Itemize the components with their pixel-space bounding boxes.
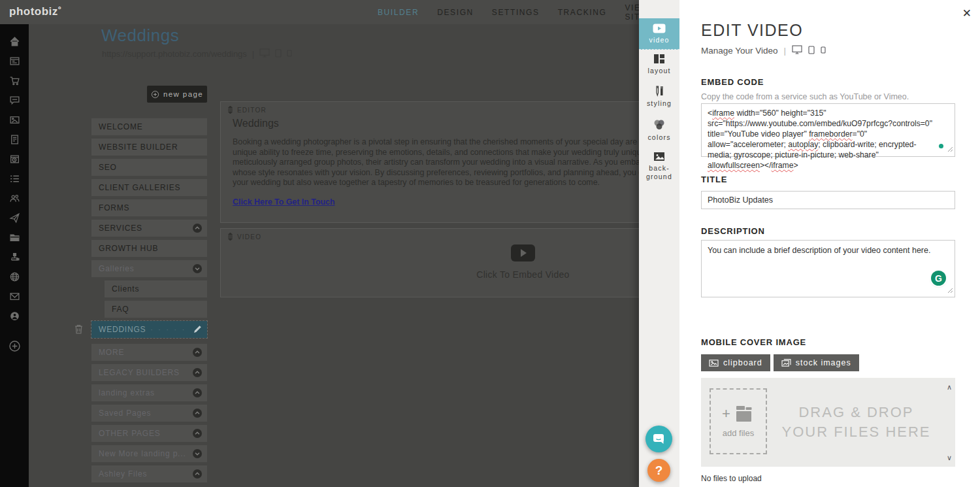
tablet-toggle-icon[interactable] — [808, 46, 815, 56]
nav-builder[interactable]: BUILDER — [378, 8, 419, 17]
page-list-item-label: GROWTH HUB — [99, 244, 158, 253]
tab-layout[interactable]: layout — [639, 54, 679, 82]
tab-colors[interactable]: colors — [639, 119, 679, 150]
phone-toggle-icon[interactable] — [821, 46, 826, 56]
chevron-up-icon[interactable] — [192, 469, 203, 479]
video-block-label: VIDEO — [237, 233, 261, 241]
live-chat-button[interactable] — [645, 426, 672, 452]
embed-code-textarea[interactable]: <iframe width="560" height="315" src="ht… — [701, 103, 955, 157]
help-button[interactable]: ? — [647, 459, 670, 482]
home-icon[interactable] — [0, 31, 29, 51]
stock-images-icon — [781, 359, 791, 367]
new-page-button[interactable]: new page — [147, 86, 207, 103]
close-icon[interactable]: ✕ — [962, 7, 972, 20]
page-list-item-label: Galleries — [99, 264, 135, 273]
tab-styling[interactable]: styling — [639, 85, 679, 116]
nav-design[interactable]: DESIGN — [437, 8, 474, 17]
page-list-item[interactable]: FORMS — [91, 199, 207, 216]
chevron-up-icon[interactable] — [192, 223, 203, 233]
page-list-item[interactable]: New More landing p... — [91, 445, 207, 462]
scroll-down-icon[interactable]: ∨ — [947, 454, 952, 461]
video-title-input[interactable] — [701, 191, 955, 209]
chevron-up-icon[interactable] — [192, 367, 203, 378]
editor-block[interactable]: EDITOR Weddings Booking a wedding photog… — [220, 101, 639, 223]
grammarly-icon[interactable]: G — [931, 271, 946, 286]
file-dropzone[interactable]: + add files DRAG & DROP YOUR FILES HERE … — [701, 378, 955, 467]
page-list-item[interactable]: FAQ — [105, 301, 207, 318]
tablet-preview-icon[interactable] — [275, 49, 282, 59]
page-list-item[interactable]: WELCOME — [91, 118, 207, 135]
chevron-up-icon[interactable] — [192, 408, 203, 418]
page-url[interactable]: https://support.photobiz.com/weddings — [102, 49, 247, 59]
scroll-up-icon[interactable]: ∧ — [947, 384, 952, 390]
invoice-icon[interactable] — [0, 129, 29, 149]
page-list-item-label: WEDDINGS — [99, 325, 146, 334]
clipboard-image-icon — [709, 359, 719, 367]
clipboard-button[interactable]: clipboard — [701, 354, 770, 371]
app-header: photobiz˚ BUILDERDESIGNSETTINGSTRACKINGV… — [0, 0, 639, 24]
add-icon[interactable] — [0, 336, 29, 356]
account-icon[interactable] — [0, 306, 29, 326]
desktop-toggle-icon[interactable] — [792, 45, 802, 56]
page-list-item-label: OTHER PAGES — [99, 429, 161, 438]
page-list-item-label: Saved Pages — [99, 409, 151, 418]
colors-icon — [653, 119, 666, 131]
tab-video[interactable]: video — [639, 18, 679, 50]
pencil-icon[interactable] — [193, 324, 203, 334]
chevron-down-icon[interactable] — [192, 448, 203, 459]
editor-block-label: EDITOR — [237, 107, 267, 114]
page-list-item[interactable]: GROWTH HUB — [91, 240, 207, 257]
page-list-item[interactable]: landing extras — [91, 384, 207, 401]
page-list-item[interactable]: CLIENT GALLERIES — [91, 179, 207, 196]
page-list-item[interactable]: WEDDINGS· · · · · — [91, 321, 207, 338]
mail-icon[interactable] — [0, 286, 29, 306]
page-list-item-label: Ashley Files — [99, 469, 147, 479]
title-heading: TITLE — [701, 175, 727, 184]
page-list-item[interactable]: WEBSITE BUILDER — [91, 139, 207, 156]
video-description-textarea[interactable]: You can include a brief description of y… — [701, 240, 955, 297]
files-icon[interactable] — [0, 227, 29, 247]
page-list-item[interactable]: Galleries — [91, 260, 207, 277]
tab-background[interactable]: back- ground — [639, 152, 679, 192]
question-mark-icon: ? — [655, 463, 663, 478]
nav-settings[interactable]: SETTINGS — [492, 8, 540, 17]
page-list-item[interactable]: SEO — [91, 159, 207, 176]
panel-subtitle: Manage Your Video — [701, 46, 778, 56]
embed-code-heading: EMBED CODE — [701, 77, 764, 87]
chevron-up-icon[interactable] — [192, 428, 203, 439]
page-list-item[interactable]: SERVICES — [91, 220, 207, 237]
chevron-up-icon[interactable] — [192, 388, 203, 398]
chevron-down-icon[interactable] — [192, 263, 203, 274]
send-icon[interactable] — [0, 208, 29, 227]
resize-handle-icon[interactable] — [947, 144, 953, 155]
scheduler-icon[interactable] — [0, 149, 29, 169]
embed-video-cta[interactable]: Click To Embed Video — [221, 244, 639, 280]
get-in-touch-link[interactable]: Click Here To Get In Touch — [233, 197, 335, 207]
desktop-preview-icon[interactable] — [259, 48, 270, 59]
add-files-button[interactable]: + add files — [710, 388, 767, 454]
edit-video-panel: ✕ EDIT VIDEO Manage Your Video | EMBED C… — [679, 0, 980, 487]
page-list-item[interactable]: LEGACY BUILDERS — [91, 364, 207, 381]
resize-handle-icon[interactable] — [947, 286, 953, 295]
chevron-up-icon[interactable] — [192, 347, 203, 358]
pages-icon[interactable] — [0, 51, 29, 71]
chat-icon[interactable] — [0, 90, 29, 110]
nav-tracking[interactable]: TRACKING — [558, 8, 607, 17]
media-icon[interactable] — [0, 110, 29, 129]
clients-icon[interactable] — [0, 188, 29, 208]
page-url-row: https://support.photobiz.com/weddings | — [102, 48, 292, 59]
list-icon[interactable] — [0, 169, 29, 188]
page-list-item[interactable]: Saved Pages — [91, 405, 207, 422]
page-list-item[interactable]: MORE — [91, 344, 207, 361]
mobile-cover-buttons: clipboard stock images — [701, 354, 859, 371]
stock-images-button[interactable]: stock images — [774, 354, 859, 371]
integrations-icon[interactable] — [0, 247, 29, 267]
page-list-item[interactable]: Ashley Files — [91, 465, 207, 482]
page-list-item[interactable]: OTHER PAGES — [91, 425, 207, 442]
trash-icon[interactable] — [74, 324, 84, 335]
page-list-item[interactable]: Clients — [105, 280, 207, 297]
globe-icon[interactable] — [0, 267, 29, 286]
phone-preview-icon[interactable] — [287, 49, 292, 59]
cart-icon[interactable] — [0, 71, 29, 90]
video-block[interactable]: VIDEO Click To Embed Video — [220, 228, 639, 297]
